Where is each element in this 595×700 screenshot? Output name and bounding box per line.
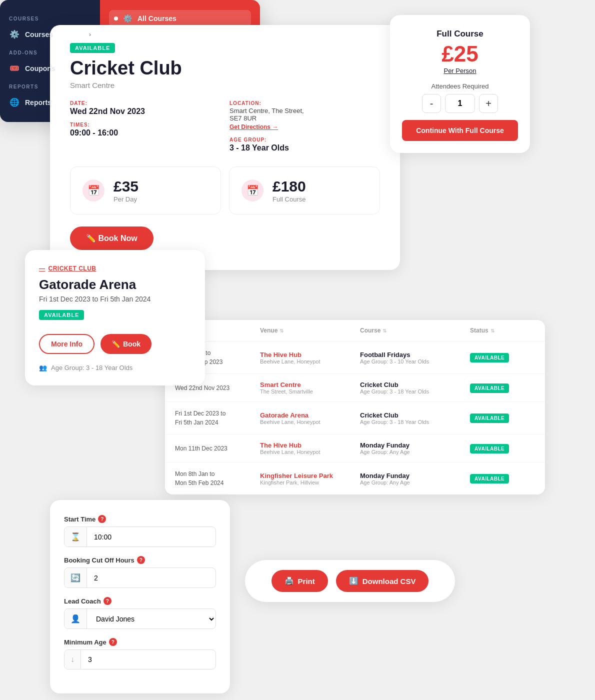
table-row: Wed 22nd Nov 2023 Smart Centre The Stree…	[165, 374, 545, 402]
course-subtitle: Smart Centre	[70, 81, 380, 90]
print-label: Print	[298, 577, 315, 586]
row5-date: Mon 8th Jan toMon 5th Feb 2024	[175, 470, 260, 488]
form-card: Start Time ? ⌛ Booking Cut Off Hours ? 🔄…	[50, 500, 230, 694]
card-action-row: More Info ✏️ Book	[39, 334, 191, 354]
lead-coach-select[interactable]: David Jones Sarah Smith James Brown	[87, 610, 216, 628]
row3-venue: Gatorade Arena Beehive Lane, Honeypot	[260, 412, 360, 425]
th-status-label: Status	[470, 327, 488, 334]
arrow-down-icon: ↓	[64, 650, 81, 669]
location-info: LOCATION: Smart Centre, The Street, SE7 …	[230, 100, 380, 152]
row5-course-name: Monday Funday	[360, 472, 470, 480]
history-icon: 🔄	[64, 568, 87, 588]
nav-courses-label: Courses	[25, 30, 53, 38]
nav-item-coupons[interactable]: 🎟️ Coupons	[0, 58, 100, 78]
row2-status-badge: AVAILABLE	[470, 384, 509, 393]
help-icon-age: ?	[109, 638, 117, 646]
row4-status-badge: AVAILABLE	[470, 444, 509, 454]
person-icon: 👤	[64, 609, 87, 628]
nav-left-panel: COURSES ⚙️ Courses › ADD-ONS 🎟️ Coupons …	[0, 0, 100, 122]
price-day-amount: £35	[114, 178, 138, 195]
continue-full-course-button[interactable]: Continue With Full Course	[402, 120, 518, 141]
print-button[interactable]: 🖨️ Print	[272, 570, 328, 592]
times-value: 09:00 - 16:00	[70, 128, 220, 138]
courses-icon: ⚙️	[9, 30, 20, 39]
row5-status: AVAILABLE	[470, 474, 540, 484]
pricing-row: 📅 £35 Per Day 📅 £180 Full Course	[70, 166, 380, 214]
book-button[interactable]: ✏️ Book	[100, 334, 152, 354]
nav-item-courses[interactable]: ⚙️ Courses ›	[0, 24, 100, 44]
active-dot	[114, 16, 118, 20]
price-full-amount: £180	[272, 178, 306, 195]
age-icon: 👥	[39, 364, 47, 372]
row1-venue-name: The Hive Hub	[260, 351, 360, 358]
row3-course-name: Cricket Club	[360, 412, 470, 419]
venue-title: Gatorade Arena	[39, 277, 191, 292]
attendees-row: - +	[402, 94, 518, 113]
row5-venue-name: Kingfisher Leisure Park	[260, 472, 360, 480]
booking-cutoff-input[interactable]	[87, 569, 216, 587]
date-range: Fri 1st Dec 2023 to Fri 5th Jan 2024	[39, 295, 191, 303]
nav-right-all-courses[interactable]: ⚙️ All Courses	[109, 10, 251, 27]
row1-course: Football Fridays Age Group: 3 - 10 Year …	[360, 351, 470, 364]
row1-venue-addr: Beehive Lane, Honeypot	[260, 358, 360, 364]
location-label: LOCATION:	[230, 100, 380, 106]
nav-coupons-label: Coupons	[25, 64, 56, 72]
available-badge-2: AVAILABLE	[39, 310, 84, 320]
table-row: Mon 8th Jan toMon 5th Feb 2024 Kingfishe…	[165, 462, 545, 494]
lead-coach-label: Lead Coach ?	[64, 597, 216, 605]
row3-status: AVAILABLE	[470, 413, 540, 423]
courses-section-label: COURSES	[0, 10, 100, 24]
min-age-input-row: ↓	[64, 650, 216, 670]
get-directions-link[interactable]: Get Directions →	[230, 124, 278, 130]
th-venue: Venue ⇅	[260, 327, 360, 334]
download-csv-button[interactable]: ⬇️ Download CSV	[336, 570, 429, 592]
min-age-input[interactable]	[81, 650, 216, 668]
help-icon-coach: ?	[104, 597, 112, 605]
book-now-button[interactable]: ✏️ Book Now	[70, 226, 154, 250]
coupons-icon: 🎟️	[9, 64, 20, 73]
quantity-plus-button[interactable]: +	[479, 94, 498, 113]
calendar-icon-2: 📅	[242, 180, 264, 202]
per-person-label: Per Person	[402, 67, 518, 74]
row1-status-badge: AVAILABLE	[470, 353, 509, 362]
price-full-label: Full Course	[272, 196, 306, 203]
th-venue-label: Venue	[260, 327, 278, 334]
price-per-day: 📅 £35 Per Day	[70, 166, 221, 214]
nav-reports-label: Reports	[25, 98, 52, 106]
row1-venue: The Hive Hub Beehive Lane, Honeypot	[260, 351, 360, 364]
action-buttons-card: 🖨️ Print ⬇️ Download CSV	[245, 560, 455, 602]
clock-icon: ⌛	[64, 527, 87, 546]
attendees-label: Attendees Required	[402, 82, 518, 90]
quantity-minus-button[interactable]: -	[422, 94, 441, 113]
row3-venue-addr: Beehive Lane, Honeypot	[260, 419, 360, 425]
row3-venue-name: Gatorade Arena	[260, 412, 360, 419]
th-course-label: Course	[360, 327, 380, 334]
club-link[interactable]: CRICKET CLUB	[39, 265, 191, 272]
row4-venue-addr: Beehive Lane, Honeypot	[260, 449, 360, 455]
sort-icon-venue[interactable]: ⇅	[280, 328, 284, 334]
table-header: Date ⇅ Venue ⇅ Course ⇅ Status ⇅	[165, 320, 545, 342]
start-time-input[interactable]	[87, 528, 216, 546]
table-row: Fri 1st Sep toFri 29th Sep 2023 The Hive…	[165, 342, 545, 374]
full-course-card: Full Course £25 Per Person Attendees Req…	[390, 15, 530, 153]
sort-icon-status[interactable]: ⇅	[490, 328, 494, 334]
row3-course: Cricket Club Age Group: 3 - 18 Year Olds	[360, 412, 470, 425]
age-group-row: 👥 Age Group: 3 - 18 Year Olds	[39, 364, 191, 372]
quantity-input[interactable]	[445, 94, 475, 113]
row1-course-age: Age Group: 3 - 10 Year Olds	[360, 358, 470, 364]
sort-icon-course[interactable]: ⇅	[382, 328, 386, 334]
th-status: Status ⇅	[470, 327, 540, 334]
min-age-label: Minimum Age ?	[64, 638, 216, 646]
price-full-course: 📅 £180 Full Course	[229, 166, 380, 214]
row3-status-badge: AVAILABLE	[470, 414, 509, 423]
age-group-text: Age Group: 3 - 18 Year Olds	[51, 364, 132, 372]
book-label: Book	[123, 340, 140, 348]
more-info-button[interactable]: More Info	[39, 334, 94, 354]
row4-date: Mon 11th Dec 2023	[175, 444, 260, 453]
row5-venue: Kingfisher Leisure Park Kingfisher Park,…	[260, 472, 360, 486]
price-day-info: £35 Per Day	[114, 178, 138, 203]
pencil-icon-book: ✏️	[112, 340, 120, 348]
print-icon: 🖨️	[284, 576, 294, 586]
location-value2: SE7 8UR	[230, 114, 380, 122]
nav-item-reports[interactable]: 🌐 Reports	[0, 92, 100, 112]
